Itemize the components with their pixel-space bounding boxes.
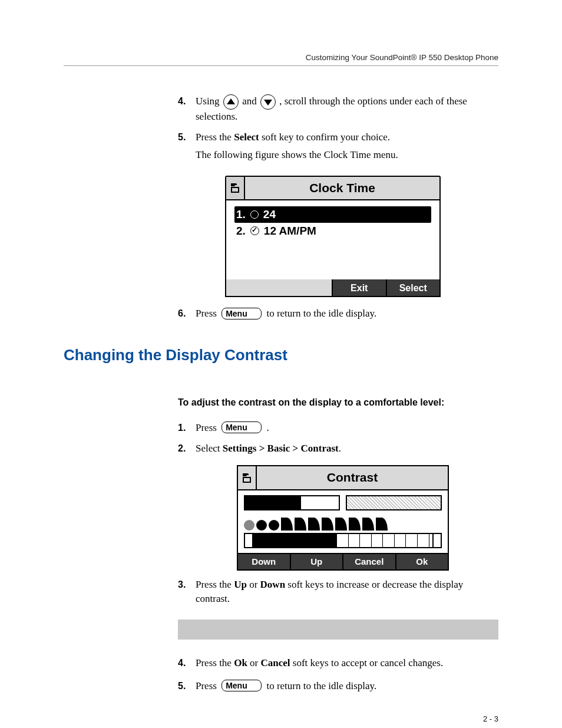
- step-text: soft keys to accept or cancel changes.: [290, 657, 444, 668]
- clock-option-24: 1. 24: [234, 206, 431, 223]
- softkey-exit: Exit: [332, 279, 386, 296]
- row-label: 12 AM/PM: [264, 223, 316, 239]
- step-number: 2.: [178, 442, 186, 455]
- softkey-blank: [226, 279, 279, 296]
- softkey-ok: Ok: [396, 554, 448, 569]
- step-number: 4.: [178, 656, 186, 670]
- down-arrow-icon: [260, 94, 276, 110]
- softkey-cancel: Cancel: [343, 554, 396, 569]
- step-text: Press the: [196, 657, 234, 668]
- softkey-blank: [279, 279, 332, 296]
- running-header: Customizing Your SoundPoint® IP 550 Desk…: [64, 53, 498, 66]
- step-number: 1.: [178, 421, 186, 434]
- step-number: 4.: [178, 94, 186, 108]
- section-lead: To adjust the contrast on the display to…: [178, 397, 498, 408]
- step-text: or: [247, 657, 261, 668]
- lcd-title-text: Contrast: [257, 466, 448, 489]
- step-text: to return to the idle display.: [266, 680, 376, 691]
- step-number: 5.: [178, 679, 186, 693]
- bold: Cancel: [261, 657, 290, 668]
- bottom-step-list-cont: 4. Press the Ok or Cancel soft keys to a…: [178, 656, 498, 693]
- menu-key-icon: Menu: [222, 421, 262, 433]
- menu-key-icon: Menu: [222, 308, 262, 319]
- radio-checked-icon: [250, 226, 259, 235]
- step-5b: 5. Press Menu to return to the idle disp…: [178, 679, 498, 694]
- step-1: 1. Press Menu .: [178, 421, 498, 436]
- step-text: Press the: [196, 579, 234, 590]
- row-index: 2.: [236, 223, 246, 239]
- contrast-preview-left: [244, 495, 340, 510]
- bold: Ok: [234, 657, 247, 668]
- bold: Down: [260, 579, 286, 590]
- step-number: 6.: [178, 307, 186, 320]
- step-number: 3.: [178, 578, 186, 591]
- contrast-slider: [244, 533, 442, 548]
- step-text: or: [247, 579, 260, 590]
- lcd-clock-time: Clock Time 1. 24 2. 12 AM/PM: [225, 176, 441, 297]
- step-text: Select: [196, 443, 223, 454]
- bold: Up: [234, 579, 247, 590]
- step-text: Press: [196, 680, 219, 691]
- step-number: 5.: [178, 130, 186, 144]
- phone-icon: [238, 466, 257, 489]
- step-4b: 4. Press the Ok or Cancel soft keys to a…: [178, 656, 498, 671]
- step-5: 5. Press the Select soft key to confirm …: [178, 130, 498, 298]
- contrast-preview-right: [346, 495, 442, 510]
- select-label-bold: Select: [234, 131, 259, 143]
- clock-option-12ampm: 2. 12 AM/PM: [234, 223, 431, 239]
- row-index: 1.: [236, 207, 246, 222]
- step-text: Press: [196, 422, 219, 433]
- step-6: 6. Press Menu to return to the idle disp…: [178, 307, 498, 321]
- up-arrow-icon: [223, 94, 239, 110]
- step-2: 2. Select Settings > Basic > Contrast. C…: [178, 442, 498, 571]
- step-text: to return to the idle display.: [266, 308, 376, 319]
- radio-empty-icon: [250, 210, 259, 219]
- lcd-contrast: Contrast: [237, 465, 449, 570]
- step-text: soft key to confirm your choice.: [259, 131, 390, 143]
- contrast-shapes: [244, 514, 442, 531]
- page-number: 2 - 3: [178, 714, 498, 723]
- phone-icon: [226, 177, 245, 199]
- section-heading-contrast: Changing the Display Contrast: [64, 346, 498, 364]
- note-bar: [178, 620, 498, 640]
- step-text: and: [242, 95, 259, 107]
- lcd-title-text: Clock Time: [245, 177, 439, 199]
- step-text: .: [266, 422, 269, 433]
- step-text: Press: [196, 308, 219, 319]
- softkey-select: Select: [386, 279, 440, 296]
- row-label: 24: [263, 207, 276, 222]
- softkey-up: Up: [291, 554, 344, 569]
- step-extra-text: The following figure shows the Clock Tim…: [196, 148, 498, 163]
- step-4: 4. Using and , scroll through the option…: [178, 94, 498, 124]
- top-step-list: 4. Using and , scroll through the option…: [178, 94, 498, 321]
- step-text: .: [339, 443, 341, 454]
- step-text: Using: [196, 95, 222, 107]
- nav-path: Settings > Basic > Contrast: [223, 443, 339, 454]
- softkey-down: Down: [238, 554, 291, 569]
- bottom-step-list: 1. Press Menu . 2. Select Settings > Bas…: [178, 421, 498, 607]
- step-3: 3. Press the Up or Down soft keys to inc…: [178, 578, 498, 607]
- step-text: Press the: [196, 131, 234, 143]
- menu-key-icon: Menu: [222, 680, 262, 691]
